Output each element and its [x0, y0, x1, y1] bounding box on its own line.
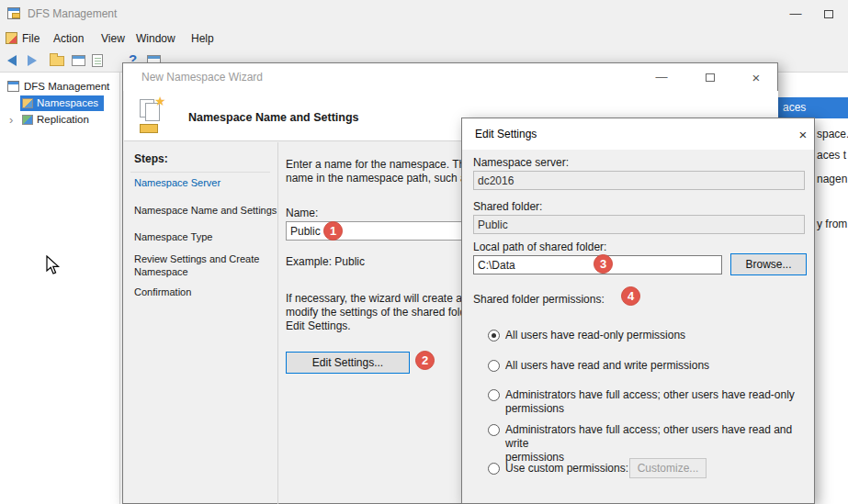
tree-item-replication[interactable]: › Replication: [6, 112, 119, 128]
wizard-intro-line1: Enter a name for the namespace. This na: [286, 158, 489, 171]
step-namespace-name-settings: Namespace Name and Settings: [134, 205, 277, 216]
wizard-close-icon[interactable]: ×: [748, 70, 764, 85]
step-review-settings: Review Settings and Create Namespace: [134, 252, 268, 278]
console-tree-icon[interactable]: [72, 55, 85, 66]
tree-item-replication-label: Replication: [37, 114, 89, 125]
tree-root-dfs-management[interactable]: DFS Management: [6, 79, 119, 95]
up-folder-icon[interactable]: [50, 56, 64, 66]
maximize-button[interactable]: [824, 10, 833, 18]
radio-admin-full-users-readonly-label[interactable]: Administrators have full access; other u…: [505, 388, 795, 416]
shared-folder-input[interactable]: [473, 215, 805, 234]
edit-dialog-title: Edit Settings: [475, 128, 537, 140]
wizard-page-title: Namespace Name and Settings: [188, 111, 359, 124]
menu-bar: [0, 28, 848, 49]
console-tree-panel: [0, 73, 120, 504]
radio-read-write[interactable]: [488, 360, 500, 372]
radio-custom-permissions-label[interactable]: Use custom permissions:: [505, 462, 628, 476]
window-title: DFS Management: [28, 7, 117, 20]
console-root-icon: [7, 81, 19, 92]
app-icon-folder: [12, 13, 20, 18]
menu-view[interactable]: View: [101, 32, 125, 45]
radio-admin-full-users-readonly[interactable]: [488, 389, 500, 401]
namespace-server-label: Namespace server:: [473, 156, 569, 169]
export-list-icon[interactable]: [92, 54, 103, 67]
steps-heading: Steps:: [134, 152, 168, 165]
wizard-note-line1: If necessary, the wizard will create a s…: [286, 292, 487, 305]
forward-icon[interactable]: [28, 55, 37, 66]
radio-read-only[interactable]: [488, 330, 500, 342]
wizard-note-line3: Edit Settings.: [286, 319, 351, 332]
example-text: Example: Public: [286, 255, 365, 268]
annotation-badge-3: 3: [594, 254, 613, 274]
bg-fragment-3: nagen: [817, 173, 847, 185]
main-titlebar: [0, 0, 848, 28]
screen: DFS Management — File Action View Window…: [0, 0, 848, 504]
console-icon: [6, 32, 17, 44]
wizard-intro-line2: name in the namespace path, such as \\: [286, 172, 481, 185]
app-icon: [7, 7, 21, 20]
bg-fragment-2: aces t: [817, 149, 846, 162]
bg-fragment-namespaces: aces: [783, 101, 806, 114]
replication-icon: [22, 115, 33, 125]
bg-fragment-1: space...: [817, 128, 848, 140]
wizard-note-line2: modify the settings of the shared folder…: [286, 306, 487, 319]
wizard-minimize-button[interactable]: —: [651, 70, 672, 84]
menu-help[interactable]: Help: [191, 32, 214, 45]
back-icon[interactable]: [7, 55, 17, 66]
edit-dialog-titlebar: Edit Settings ×: [462, 118, 814, 150]
menu-file[interactable]: File: [22, 32, 40, 45]
radio-read-write-label[interactable]: All users have read and write permission…: [505, 359, 709, 373]
tree-item-namespaces-label: Namespaces: [37, 97, 98, 108]
steps-divider: [130, 172, 270, 173]
mouse-cursor: [46, 255, 61, 278]
wizard-icon-folder: [140, 124, 158, 133]
annotation-badge-4: 4: [621, 286, 640, 306]
menu-window[interactable]: Window: [136, 32, 175, 45]
minimize-button[interactable]: —: [786, 6, 806, 21]
tree-root-label: DFS Management: [24, 81, 109, 92]
wizard-title: New Namespace Wizard: [141, 71, 263, 84]
wizard-maximize-button[interactable]: [706, 73, 715, 82]
radio-admin-full-users-readwrite[interactable]: [488, 424, 500, 436]
local-path-label: Local path of shared folder:: [473, 241, 606, 253]
wizard-header-icon: ★: [138, 97, 175, 136]
permissions-label: Shared folder permissions:: [473, 293, 605, 306]
step-namespace-type: Namespace Type: [134, 231, 212, 242]
bg-fragment-4: y from: [817, 218, 847, 230]
wizard-icon-star: ★: [154, 95, 166, 107]
menu-action[interactable]: Action: [53, 32, 84, 45]
shared-folder-label: Shared folder:: [473, 200, 542, 213]
background-selected-row: aces: [778, 97, 848, 118]
step-confirmation: Confirmation: [134, 286, 191, 297]
step-namespace-server[interactable]: Namespace Server: [134, 177, 220, 188]
wizard-titlebar: New Namespace Wizard — ×: [123, 63, 777, 91]
edit-settings-dialog: Edit Settings × Namespace server: Shared…: [461, 118, 815, 504]
wizard-pane-divider: [277, 142, 278, 504]
tree-item-namespaces[interactable]: Namespaces: [20, 95, 104, 111]
radio-read-only-label[interactable]: All users have read-only permissions: [505, 329, 685, 342]
browse-button[interactable]: Browse...: [730, 253, 807, 275]
annotation-badge-1: 1: [323, 221, 343, 241]
edit-settings-button[interactable]: Edit Settings...: [286, 352, 410, 374]
radio-custom-permissions[interactable]: [488, 463, 500, 475]
name-label: Name:: [286, 207, 318, 219]
annotation-badge-2: 2: [415, 351, 435, 370]
customize-button[interactable]: Customize...: [629, 458, 707, 478]
edit-dialog-close-icon[interactable]: ×: [795, 127, 811, 142]
namespaces-icon: [22, 98, 33, 108]
chevron-right-icon[interactable]: ›: [9, 113, 13, 127]
namespace-server-input[interactable]: [473, 171, 805, 190]
